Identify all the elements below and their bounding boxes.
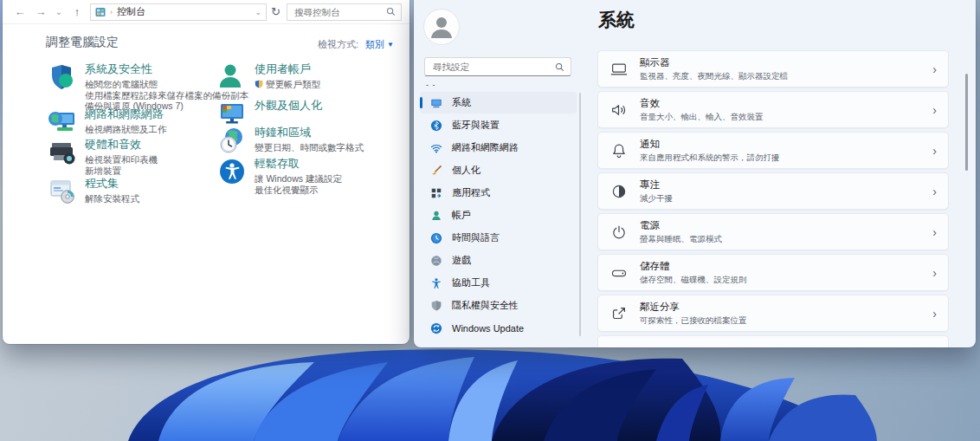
category-title[interactable]: 網路和網際網路 [85, 107, 167, 121]
sidebar-item-gaming[interactable]: 遊戲 [420, 250, 577, 271]
chevron-right-icon: › [932, 185, 937, 198]
display-icon [609, 60, 629, 79]
category-appearance[interactable]: 外觀及個人化 [217, 99, 322, 128]
category-title[interactable]: 使用者帳戶 [255, 62, 320, 76]
control-panel-toolbar: ← → ⌄ ↑ › 控制台 ⌄ ↻ [3, 0, 409, 24]
category-network-internet[interactable]: 網路和網際網路 檢視網路狀態及工作 [48, 107, 167, 137]
card-subtitle: 監視器、亮度、夜間光線、顯示器設定檔 [640, 71, 788, 82]
category-link-label[interactable]: 變更帳戶類型 [266, 79, 320, 89]
address-bar[interactable]: › 控制台 ⌄ [90, 3, 267, 21]
category-programs[interactable]: 程式集 解除安裝程式 [48, 177, 139, 206]
avatar[interactable] [424, 10, 459, 44]
sidebar-item-windows-update[interactable]: Windows Update [420, 317, 577, 339]
ease-of-access-icon [217, 157, 247, 186]
view-by-control[interactable]: 檢視方式: 類別 ▼ [318, 38, 394, 51]
sidebar-item-label: Windows Update [452, 323, 524, 334]
settings-card-multitasking[interactable]: 多工 › [597, 335, 949, 347]
settings-search-input[interactable] [431, 61, 551, 73]
back-icon[interactable]: ← [10, 0, 30, 23]
settings-search[interactable] [424, 57, 571, 76]
sidebar-item-label: 遊戲 [452, 254, 471, 267]
user-avatar-icon [424, 10, 459, 44]
history-dropdown-icon[interactable]: ⌄ [51, 0, 67, 23]
accounts-icon [430, 210, 442, 222]
windows-update-icon [430, 322, 442, 334]
settings-card-display[interactable]: 顯示器監視器、亮度、夜間光線、顯示器設定檔 › [597, 50, 949, 88]
share-icon [609, 304, 629, 323]
category-link[interactable]: 最佳化視覺顯示 [255, 185, 342, 196]
clock-icon [430, 232, 442, 244]
card-subtitle: 儲存空間、磁碟機、設定規則 [640, 275, 747, 286]
sidebar-item-label: 協助工具 [452, 276, 490, 289]
category-link[interactable]: 新增裝置 [85, 165, 158, 177]
forward-icon[interactable]: → [30, 0, 51, 23]
category-link[interactable]: 檢視網路狀態及工作 [85, 124, 167, 135]
network-internet-icon [48, 107, 77, 137]
system-icon [430, 97, 442, 109]
search-icon [386, 7, 396, 16]
wifi-icon [430, 142, 442, 154]
category-user-accounts[interactable]: 使用者帳戶 變更帳戶類型 [217, 62, 320, 92]
sidebar-item-label: 個人化 [452, 164, 480, 177]
card-subtitle: 可探索性，已接收的檔案位置 [640, 315, 747, 327]
breadcrumb-chevron-icon: › [110, 8, 113, 16]
sidebar-item-personalization[interactable]: 個人化 [420, 159, 577, 181]
system-security-icon [48, 62, 77, 92]
sidebar-item-network-internet[interactable]: 網路和網際網路 [420, 137, 577, 159]
category-ease-of-access[interactable]: 輕鬆存取 讓 Windows 建議設定 最佳化視覺顯示 [217, 157, 342, 195]
up-icon[interactable]: ↑ [67, 0, 87, 23]
category-link[interactable]: 解除安裝程式 [85, 193, 139, 204]
sidebar-scrollbar[interactable] [579, 93, 581, 336]
sidebar-item-label: 網路和網際網路 [452, 141, 519, 154]
category-clock-region[interactable]: 時鐘和區域 變更日期、時間或數字格式 [217, 126, 364, 155]
bluetooth-icon [430, 120, 442, 132]
sidebar-item-system[interactable]: 系統 [420, 92, 577, 113]
card-title: 鄰近分享 [640, 301, 747, 314]
sidebar-item-bluetooth-devices[interactable]: 藍牙與裝置 [420, 114, 577, 136]
category-link[interactable]: 檢視裝置和印表機 [85, 154, 158, 165]
main-scrollbar[interactable] [965, 74, 968, 171]
settings-card-storage[interactable]: 儲存體儲存空間、磁碟機、設定規則 › [597, 254, 949, 291]
category-title[interactable]: 外觀及個人化 [255, 99, 322, 113]
breadcrumb[interactable]: 控制台 [117, 5, 250, 18]
settings-card-power[interactable]: 電源螢幕與睡眠、電源模式 › [597, 213, 949, 250]
category-link[interactable]: 讓 Windows 建議設定 [255, 173, 342, 185]
search-input[interactable] [293, 6, 383, 18]
settings-card-sound[interactable]: 音效音量大小、輸出、輸入、音效裝置 › [597, 91, 949, 128]
chevron-right-icon: › [932, 103, 937, 117]
card-title: 電源 [640, 219, 722, 232]
refresh-icon[interactable]: ↻ [271, 5, 280, 18]
control-panel-search[interactable] [287, 3, 402, 21]
sidebar-item-label: 應用程式 [452, 186, 490, 199]
address-dropdown-icon[interactable]: ⌄ [255, 8, 261, 16]
card-subtitle: 減少干擾 [640, 193, 673, 204]
category-link[interactable]: 變更帳戶類型 [255, 79, 320, 90]
category-hardware-sound[interactable]: 硬體和音效 檢視裝置和印表機 新增裝置 [48, 138, 158, 176]
category-title[interactable]: 硬體和音效 [85, 138, 158, 152]
multitasking-icon [609, 345, 629, 348]
category-link[interactable]: 變更日期、時間或數字格式 [255, 142, 364, 153]
category-title[interactable]: 時鐘和區域 [255, 126, 364, 139]
sidebar-item-accounts[interactable]: 帳戶 [420, 204, 577, 226]
category-title[interactable]: 輕鬆存取 [255, 157, 342, 171]
card-subtitle: 音量大小、輸出、輸入、音效裝置 [640, 112, 764, 123]
caret-down-icon: ▼ [387, 41, 394, 49]
card-title: 通知 [640, 138, 780, 151]
category-title[interactable]: 程式集 [85, 177, 139, 191]
view-by-value[interactable]: 類別 [365, 39, 384, 49]
settings-card-focus[interactable]: 專注減少干擾 › [597, 172, 949, 210]
sidebar-item-accessibility[interactable]: 協助工具 [420, 272, 577, 294]
sidebar-item-privacy-security[interactable]: 隱私權與安全性 [420, 295, 577, 316]
sidebar-item-time-language[interactable]: 時間與語言 [420, 227, 577, 249]
card-title: 顯示器 [640, 56, 788, 69]
settings-card-nearby-sharing[interactable]: 鄰近分享可探索性，已接收的檔案位置 › [597, 295, 949, 332]
sidebar-item-label: 藍牙與裝置 [452, 119, 500, 132]
sidebar-item-label: 隱私權與安全性 [452, 299, 519, 312]
uac-shield-icon [255, 80, 263, 88]
page-title: 調整電腦設定 [46, 35, 119, 50]
sidebar-item-apps[interactable]: 應用程式 [420, 182, 577, 204]
settings-card-notifications[interactable]: 通知來自應用程式和系統的警示，請勿打擾 › [597, 132, 949, 169]
chevron-right-icon: › [932, 307, 937, 321]
bloom-flower-graphic [111, 340, 883, 441]
control-panel-window: ← → ⌄ ↑ › 控制台 ⌄ ↻ 調整電腦設定 檢視方式: 類別 ▼ 系統及安… [3, 0, 409, 344]
